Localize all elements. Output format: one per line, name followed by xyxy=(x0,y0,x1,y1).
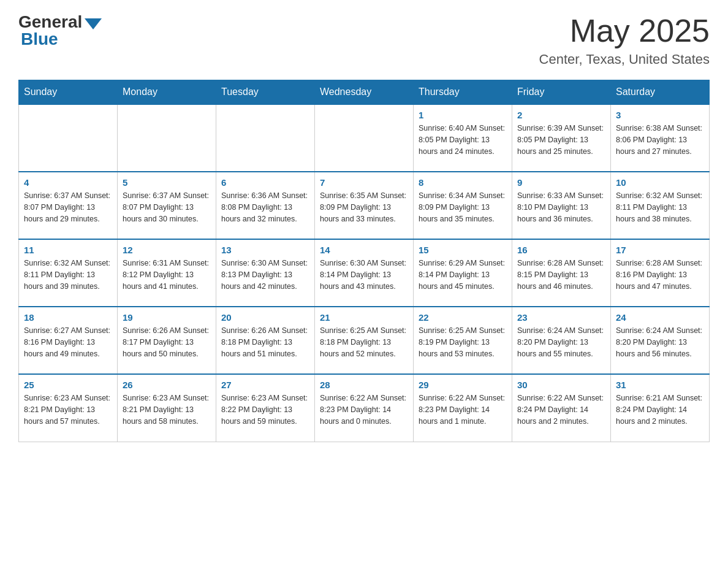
col-header-sunday: Sunday xyxy=(19,80,118,105)
day-number: 4 xyxy=(24,177,112,188)
day-info: Sunrise: 6:22 AM Sunset: 8:24 PM Dayligh… xyxy=(517,393,605,427)
day-number: 28 xyxy=(320,380,408,390)
page-header: General Blue May 2025 Center, Texas, Uni… xyxy=(18,12,710,67)
calendar-cell: 28Sunrise: 6:22 AM Sunset: 8:23 PM Dayli… xyxy=(315,374,414,442)
calendar-cell: 4Sunrise: 6:37 AM Sunset: 8:07 PM Daylig… xyxy=(19,172,118,239)
calendar-cell: 24Sunrise: 6:24 AM Sunset: 8:20 PM Dayli… xyxy=(611,307,710,374)
day-info: Sunrise: 6:26 AM Sunset: 8:17 PM Dayligh… xyxy=(123,325,211,359)
day-info: Sunrise: 6:26 AM Sunset: 8:18 PM Dayligh… xyxy=(221,325,309,359)
day-info: Sunrise: 6:24 AM Sunset: 8:20 PM Dayligh… xyxy=(616,325,704,359)
day-info: Sunrise: 6:33 AM Sunset: 8:10 PM Dayligh… xyxy=(517,190,605,224)
calendar-cell: 25Sunrise: 6:23 AM Sunset: 8:21 PM Dayli… xyxy=(19,374,118,442)
calendar-cell: 5Sunrise: 6:37 AM Sunset: 8:07 PM Daylig… xyxy=(118,172,216,239)
day-number: 15 xyxy=(419,245,507,255)
col-header-monday: Monday xyxy=(118,80,216,105)
col-header-saturday: Saturday xyxy=(611,80,710,105)
week-row-2: 4Sunrise: 6:37 AM Sunset: 8:07 PM Daylig… xyxy=(19,172,710,239)
day-number: 18 xyxy=(24,312,112,323)
day-number: 27 xyxy=(221,380,309,390)
calendar-cell: 22Sunrise: 6:25 AM Sunset: 8:19 PM Dayli… xyxy=(414,307,512,374)
calendar-cell: 29Sunrise: 6:22 AM Sunset: 8:23 PM Dayli… xyxy=(414,374,512,442)
location-title: Center, Texas, United States xyxy=(539,52,710,67)
day-info: Sunrise: 6:25 AM Sunset: 8:18 PM Dayligh… xyxy=(320,325,408,359)
day-info: Sunrise: 6:29 AM Sunset: 8:14 PM Dayligh… xyxy=(419,258,507,292)
day-number: 1 xyxy=(419,110,507,120)
day-info: Sunrise: 6:27 AM Sunset: 8:16 PM Dayligh… xyxy=(24,325,112,359)
day-info: Sunrise: 6:25 AM Sunset: 8:19 PM Dayligh… xyxy=(419,325,507,359)
calendar-cell: 31Sunrise: 6:21 AM Sunset: 8:24 PM Dayli… xyxy=(611,374,710,442)
calendar-cell: 9Sunrise: 6:33 AM Sunset: 8:10 PM Daylig… xyxy=(512,172,611,239)
calendar-cell xyxy=(19,104,118,172)
week-row-3: 11Sunrise: 6:32 AM Sunset: 8:11 PM Dayli… xyxy=(19,239,710,307)
day-info: Sunrise: 6:23 AM Sunset: 8:22 PM Dayligh… xyxy=(221,393,309,427)
day-number: 8 xyxy=(419,177,507,188)
calendar-cell xyxy=(216,104,315,172)
day-number: 5 xyxy=(123,177,211,188)
calendar-cell: 12Sunrise: 6:31 AM Sunset: 8:12 PM Dayli… xyxy=(118,239,216,307)
day-info: Sunrise: 6:37 AM Sunset: 8:07 PM Dayligh… xyxy=(123,190,211,224)
day-number: 25 xyxy=(24,380,112,390)
day-info: Sunrise: 6:28 AM Sunset: 8:16 PM Dayligh… xyxy=(616,258,704,292)
day-number: 17 xyxy=(616,245,704,255)
calendar-cell: 17Sunrise: 6:28 AM Sunset: 8:16 PM Dayli… xyxy=(611,239,710,307)
calendar-cell: 18Sunrise: 6:27 AM Sunset: 8:16 PM Dayli… xyxy=(19,307,118,374)
day-number: 7 xyxy=(320,177,408,188)
calendar-cell: 26Sunrise: 6:23 AM Sunset: 8:21 PM Dayli… xyxy=(118,374,216,442)
calendar-cell: 2Sunrise: 6:39 AM Sunset: 8:05 PM Daylig… xyxy=(512,104,611,172)
day-info: Sunrise: 6:24 AM Sunset: 8:20 PM Dayligh… xyxy=(517,325,605,359)
week-row-5: 25Sunrise: 6:23 AM Sunset: 8:21 PM Dayli… xyxy=(19,374,710,442)
logo-blue-text: Blue xyxy=(20,29,58,49)
calendar-cell: 11Sunrise: 6:32 AM Sunset: 8:11 PM Dayli… xyxy=(19,239,118,307)
calendar-cell: 15Sunrise: 6:29 AM Sunset: 8:14 PM Dayli… xyxy=(414,239,512,307)
day-info: Sunrise: 6:37 AM Sunset: 8:07 PM Dayligh… xyxy=(24,190,112,224)
day-number: 12 xyxy=(123,245,211,255)
day-info: Sunrise: 6:23 AM Sunset: 8:21 PM Dayligh… xyxy=(24,393,112,427)
day-number: 20 xyxy=(221,312,309,323)
month-title: May 2025 xyxy=(539,12,710,49)
day-number: 11 xyxy=(24,245,112,255)
col-header-thursday: Thursday xyxy=(414,80,512,105)
calendar-cell: 19Sunrise: 6:26 AM Sunset: 8:17 PM Dayli… xyxy=(118,307,216,374)
week-row-4: 18Sunrise: 6:27 AM Sunset: 8:16 PM Dayli… xyxy=(19,307,710,374)
day-number: 30 xyxy=(517,380,605,390)
calendar-cell xyxy=(315,104,414,172)
day-info: Sunrise: 6:32 AM Sunset: 8:11 PM Dayligh… xyxy=(24,258,112,292)
calendar-cell: 10Sunrise: 6:32 AM Sunset: 8:11 PM Dayli… xyxy=(611,172,710,239)
day-number: 29 xyxy=(419,380,507,390)
day-info: Sunrise: 6:31 AM Sunset: 8:12 PM Dayligh… xyxy=(123,258,211,292)
calendar-cell: 20Sunrise: 6:26 AM Sunset: 8:18 PM Dayli… xyxy=(216,307,315,374)
day-info: Sunrise: 6:23 AM Sunset: 8:21 PM Dayligh… xyxy=(123,393,211,427)
day-info: Sunrise: 6:30 AM Sunset: 8:14 PM Dayligh… xyxy=(320,258,408,292)
day-info: Sunrise: 6:39 AM Sunset: 8:05 PM Dayligh… xyxy=(517,123,605,157)
col-header-wednesday: Wednesday xyxy=(315,80,414,105)
day-info: Sunrise: 6:28 AM Sunset: 8:15 PM Dayligh… xyxy=(517,258,605,292)
calendar-cell: 23Sunrise: 6:24 AM Sunset: 8:20 PM Dayli… xyxy=(512,307,611,374)
calendar-cell: 27Sunrise: 6:23 AM Sunset: 8:22 PM Dayli… xyxy=(216,374,315,442)
day-number: 21 xyxy=(320,312,408,323)
day-number: 9 xyxy=(517,177,605,188)
calendar-cell: 7Sunrise: 6:35 AM Sunset: 8:09 PM Daylig… xyxy=(315,172,414,239)
day-info: Sunrise: 6:40 AM Sunset: 8:05 PM Dayligh… xyxy=(419,123,507,157)
week-row-1: 1Sunrise: 6:40 AM Sunset: 8:05 PM Daylig… xyxy=(19,104,710,172)
day-number: 26 xyxy=(123,380,211,390)
day-number: 31 xyxy=(616,380,704,390)
calendar-cell: 3Sunrise: 6:38 AM Sunset: 8:06 PM Daylig… xyxy=(611,104,710,172)
day-number: 24 xyxy=(616,312,704,323)
day-number: 22 xyxy=(419,312,507,323)
day-info: Sunrise: 6:34 AM Sunset: 8:09 PM Dayligh… xyxy=(419,190,507,224)
calendar-cell: 13Sunrise: 6:30 AM Sunset: 8:13 PM Dayli… xyxy=(216,239,315,307)
calendar-cell: 1Sunrise: 6:40 AM Sunset: 8:05 PM Daylig… xyxy=(414,104,512,172)
calendar-cell xyxy=(118,104,216,172)
day-number: 3 xyxy=(616,110,704,120)
day-info: Sunrise: 6:32 AM Sunset: 8:11 PM Dayligh… xyxy=(616,190,704,224)
day-number: 16 xyxy=(517,245,605,255)
day-info: Sunrise: 6:22 AM Sunset: 8:23 PM Dayligh… xyxy=(419,393,507,427)
day-info: Sunrise: 6:30 AM Sunset: 8:13 PM Dayligh… xyxy=(221,258,309,292)
day-number: 13 xyxy=(221,245,309,255)
logo: General Blue xyxy=(18,12,102,49)
day-number: 14 xyxy=(320,245,408,255)
title-area: May 2025 Center, Texas, United States xyxy=(539,12,710,67)
day-number: 23 xyxy=(517,312,605,323)
day-info: Sunrise: 6:21 AM Sunset: 8:24 PM Dayligh… xyxy=(616,393,704,427)
logo-arrow-icon xyxy=(85,18,102,29)
